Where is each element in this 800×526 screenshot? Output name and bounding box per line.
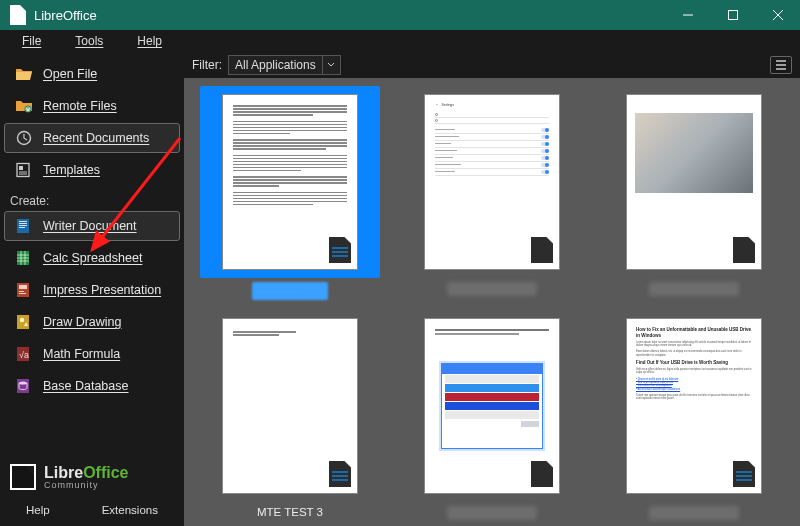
sidebar-item-label: Calc Spreadsheet: [43, 251, 142, 265]
document-item[interactable]: [396, 310, 588, 526]
brand-logo: LibreOffice Community: [0, 456, 184, 498]
filter-label: Filter:: [192, 58, 222, 72]
document-item[interactable]: ← Settings: [396, 86, 588, 304]
svg-rect-11: [19, 221, 27, 222]
writer-icon: [15, 218, 33, 234]
sidebar-writer-document[interactable]: Writer Document: [4, 211, 180, 241]
document-thumbnail: [222, 94, 358, 270]
libreoffice-logo-icon: [10, 464, 36, 490]
sidebar: Open File Remote Files Recent Documents …: [0, 52, 184, 526]
filetype-badge-icon: [733, 237, 755, 263]
sidebar-footer: Help Extensions: [0, 498, 184, 526]
menu-help[interactable]: Help: [121, 32, 178, 50]
svg-point-26: [19, 381, 27, 384]
svg-rect-1: [728, 11, 737, 20]
filetype-badge-icon: [531, 461, 553, 487]
thumb-selected: [200, 86, 380, 278]
document-label: [447, 506, 537, 520]
sidebar-templates[interactable]: Templates: [4, 155, 180, 185]
sidebar-item-label: Math Formula: [43, 347, 120, 361]
app-icon: [10, 5, 26, 25]
titlebar: LibreOffice: [0, 0, 800, 30]
footer-extensions[interactable]: Extensions: [102, 504, 158, 516]
svg-rect-19: [19, 293, 26, 294]
base-icon: [15, 378, 33, 394]
sidebar-item-label: Open File: [43, 67, 97, 81]
document-item[interactable]: How to Fix an Unformattable and Unusable…: [598, 310, 790, 526]
filetype-badge-icon: [329, 461, 351, 487]
maximize-button[interactable]: [710, 0, 755, 30]
sidebar-math-formula[interactable]: √a Math Formula: [4, 339, 180, 369]
svg-text:√a: √a: [19, 350, 29, 360]
impress-icon: [15, 282, 33, 298]
filter-select[interactable]: All Applications: [228, 55, 341, 75]
sidebar-item-label: Draw Drawing: [43, 315, 122, 329]
main-area: Filter: All Applications: [184, 52, 800, 526]
svg-rect-13: [19, 225, 27, 226]
chevron-down-icon[interactable]: [322, 55, 340, 75]
sidebar-recent-documents[interactable]: Recent Documents: [4, 123, 180, 153]
close-button[interactable]: [755, 0, 800, 30]
filetype-badge-icon: [329, 237, 351, 263]
svg-rect-14: [19, 227, 25, 228]
filetype-badge-icon: [531, 237, 553, 263]
svg-rect-20: [17, 315, 29, 329]
document-label: [649, 282, 739, 296]
filter-bar: Filter: All Applications: [184, 52, 800, 78]
sidebar-remote-files[interactable]: Remote Files: [4, 91, 180, 121]
remote-files-icon: [15, 98, 33, 114]
sidebar-item-label: Impress Presentation: [43, 283, 161, 297]
menu-file[interactable]: File: [6, 32, 57, 50]
folder-open-icon: [15, 66, 33, 82]
hamburger-menu-button[interactable]: [770, 56, 792, 74]
sidebar-open-file[interactable]: Open File: [4, 59, 180, 89]
sidebar-item-label: Templates: [43, 163, 100, 177]
draw-icon: [15, 314, 33, 330]
sidebar-base-database[interactable]: Base Database: [4, 371, 180, 401]
footer-help[interactable]: Help: [26, 504, 50, 516]
clock-icon: [15, 130, 33, 146]
sidebar-item-label: Recent Documents: [43, 131, 149, 145]
filter-value: All Applications: [229, 58, 322, 72]
document-item[interactable]: [194, 86, 386, 304]
document-label: [447, 282, 537, 296]
svg-point-21: [20, 318, 24, 322]
document-label: MTE TEST 3: [257, 506, 323, 520]
document-item[interactable]: MTE TEST 3: [194, 310, 386, 526]
minimize-button[interactable]: [665, 0, 710, 30]
document-item[interactable]: [598, 86, 790, 304]
menubar: File Tools Help: [0, 30, 800, 52]
sidebar-item-label: Remote Files: [43, 99, 117, 113]
menu-tools[interactable]: Tools: [59, 32, 119, 50]
sidebar-draw-drawing[interactable]: Draw Drawing: [4, 307, 180, 337]
svg-rect-12: [19, 223, 27, 224]
document-label: [649, 506, 739, 520]
svg-rect-7: [19, 166, 23, 170]
sidebar-item-label: Base Database: [43, 379, 128, 393]
math-icon: √a: [15, 346, 33, 362]
sidebar-calc-spreadsheet[interactable]: Calc Spreadsheet: [4, 243, 180, 273]
window-controls: [665, 0, 800, 30]
document-label: [252, 282, 328, 300]
create-label: Create:: [0, 186, 184, 210]
window-title: LibreOffice: [34, 8, 665, 23]
templates-icon: [15, 162, 33, 178]
svg-rect-17: [19, 285, 27, 289]
sidebar-impress-presentation[interactable]: Impress Presentation: [4, 275, 180, 305]
documents-grid: ← Settings: [184, 78, 800, 526]
calc-icon: [15, 250, 33, 266]
svg-rect-18: [19, 291, 24, 292]
filetype-badge-icon: [733, 461, 755, 487]
sidebar-item-label: Writer Document: [43, 219, 137, 233]
